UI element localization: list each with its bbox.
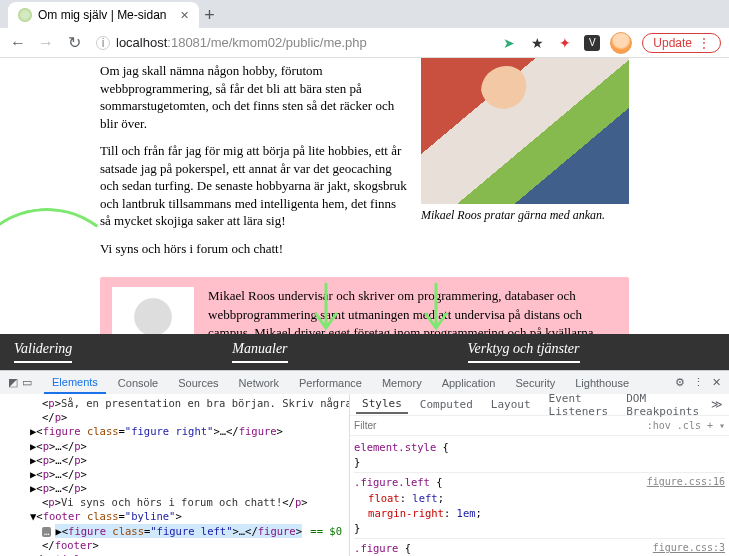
devtools-tab-application[interactable]: Application <box>434 373 504 393</box>
dom-line[interactable]: …▶<figure class="figure left">…</figure>… <box>4 524 345 538</box>
new-style-button[interactable]: + <box>707 420 713 431</box>
byline-text: Mikael Roos undervisar och skriver om pr… <box>208 287 617 334</box>
devtools-left-icons: ◩ ▭ <box>8 376 32 389</box>
footer-link-manualer[interactable]: Manualer <box>232 341 287 363</box>
style-tab-styles[interactable]: Styles <box>356 395 408 414</box>
figure-right-caption: Mikael Roos pratar gärna med ankan. <box>421 208 629 223</box>
devtools-close-icon[interactable]: ✕ <box>712 376 721 389</box>
devtools-tab-elements[interactable]: Elements <box>44 372 106 394</box>
favicon-icon <box>18 8 32 22</box>
devtools-tab-network[interactable]: Network <box>231 373 287 393</box>
hov-toggle[interactable]: :hov <box>647 420 671 431</box>
styles-filter-row: :hov .cls + ▾ <box>350 416 729 436</box>
style-tabs-overflow-icon[interactable]: ≫ <box>711 398 723 411</box>
bookmark-icon[interactable]: ★ <box>528 34 546 52</box>
devtools-body: <p>Så, en presentation en bra början. Sk… <box>0 394 729 556</box>
inspect-icon[interactable]: ◩ <box>8 376 18 389</box>
tab-title: Om mig själv | Me-sidan <box>38 8 166 22</box>
dom-line[interactable]: </article> <box>4 552 345 556</box>
style-tab-dom-breakpoints[interactable]: DOM Breakpoints <box>620 390 705 420</box>
style-tab-layout[interactable]: Layout <box>485 396 537 413</box>
style-tab-event-listeners[interactable]: Event Listeners <box>543 390 615 420</box>
browser-tab[interactable]: Om mig själv | Me-sidan ✕ <box>8 2 199 28</box>
style-tabs: StylesComputedLayoutEvent ListenersDOM B… <box>350 394 729 416</box>
styles-panel: StylesComputedLayoutEvent ListenersDOM B… <box>350 394 729 556</box>
dom-line[interactable]: </footer> <box>4 538 345 552</box>
dom-line[interactable]: ▶<p>…</p> <box>4 453 345 467</box>
forward-button[interactable]: → <box>36 34 56 52</box>
styles-more-icon[interactable]: ▾ <box>719 420 725 431</box>
close-tab-icon[interactable]: ✕ <box>180 9 189 22</box>
address-bar[interactable]: i localhost:18081/me/kmom02/public/me.ph… <box>92 35 492 50</box>
devtools-tab-memory[interactable]: Memory <box>374 373 430 393</box>
css-rule[interactable]: figure.css:3.figure {display: inline-blo… <box>354 539 725 556</box>
devtools-tab-sources[interactable]: Sources <box>170 373 226 393</box>
dom-line[interactable]: ▶<p>…</p> <box>4 439 345 453</box>
site-footer: Validering Manualer Verktyg och tjänster <box>0 334 729 370</box>
site-info-icon[interactable]: i <box>96 36 110 50</box>
extension-icon[interactable]: ✦ <box>556 34 574 52</box>
cls-toggle[interactable]: .cls <box>677 420 701 431</box>
footer-link-verktyg[interactable]: Verktyg och tjänster <box>468 341 580 363</box>
device-icon[interactable]: ▭ <box>22 376 32 389</box>
new-tab-button[interactable]: + <box>199 2 219 28</box>
update-button[interactable]: Update⋮ <box>642 33 721 53</box>
dom-line[interactable]: ▶<figure class="figure right">…</figure> <box>4 424 345 438</box>
dom-line[interactable]: <p>Så, en presentation en bra början. Sk… <box>4 396 345 410</box>
dom-line[interactable]: </p> <box>4 410 345 424</box>
tab-bar: Om mig själv | Me-sidan ✕ + <box>0 0 729 28</box>
back-button[interactable]: ← <box>8 34 28 52</box>
css-rules[interactable]: element.style {}figure.css:16.figure.lef… <box>350 436 729 556</box>
dom-tree[interactable]: <p>Så, en presentation en bra början. Sk… <box>0 394 350 556</box>
author-image <box>112 287 194 334</box>
dom-line[interactable]: ▶<p>…</p> <box>4 481 345 495</box>
addr-path: :18081/me/kmom02/public/me.php <box>167 35 366 50</box>
footer-link-validering[interactable]: Validering <box>14 341 72 363</box>
devtools-settings-icon[interactable]: ⚙ <box>675 376 685 389</box>
devtools-tab-console[interactable]: Console <box>110 373 166 393</box>
dom-line[interactable]: ▼<footer class="byline"> <box>4 509 345 523</box>
css-rule[interactable]: figure.css:16.figure.left {float: left;m… <box>354 473 725 539</box>
reload-button[interactable]: ↻ <box>64 33 84 52</box>
style-tab-computed[interactable]: Computed <box>414 396 479 413</box>
vue-devtools-icon[interactable]: V <box>584 35 600 51</box>
figure-right: Mikael Roos pratar gärna med ankan. <box>421 58 629 223</box>
dom-line[interactable]: ▶<p>…</p> <box>4 467 345 481</box>
browser-toolbar: ← → ↻ i localhost:18081/me/kmom02/public… <box>0 28 729 58</box>
css-rule[interactable]: element.style {} <box>354 438 725 473</box>
dom-line[interactable]: <p>Vi syns och hörs i forum och chatt!</… <box>4 495 345 509</box>
devtools-tab-performance[interactable]: Performance <box>291 373 370 393</box>
devtools-menu-icon[interactable]: ⋮ <box>693 376 704 389</box>
duck-image <box>421 58 629 204</box>
page-content: Mikael Roos pratar gärna med ankan. Om j… <box>0 58 729 334</box>
toolbar-icons: ➤ ★ ✦ V Update⋮ <box>500 32 721 54</box>
paragraph-3: Vi syns och hörs i forum och chatt! <box>100 240 629 258</box>
byline-box: Mikael Roos undervisar och skriver om pr… <box>100 277 629 334</box>
figure-left <box>112 287 194 334</box>
send-icon[interactable]: ➤ <box>500 34 518 52</box>
styles-filter-input[interactable] <box>354 420 641 431</box>
addr-host: localhost <box>116 35 167 50</box>
profile-avatar[interactable] <box>610 32 632 54</box>
